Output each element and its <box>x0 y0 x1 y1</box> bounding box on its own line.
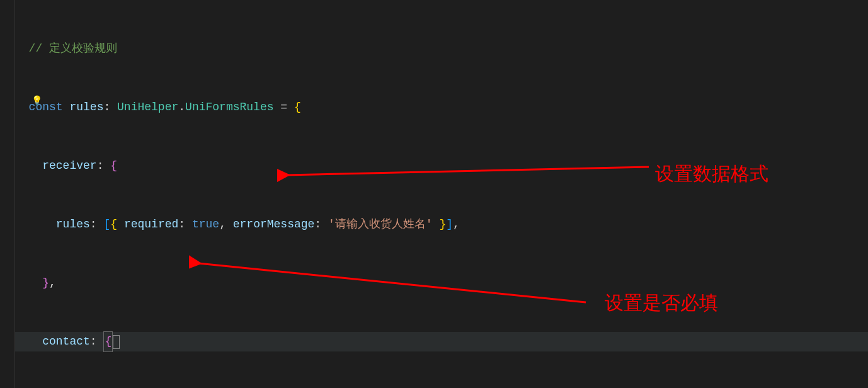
annotation-pattern-label: 设置数据格式 <box>655 164 768 183</box>
code-line: }, <box>15 273 868 293</box>
code-line: const rules: UniHelper.UniFormsRules = { <box>15 98 868 117</box>
code-line: rules: [{ required: true, errorMessage: … <box>15 215 868 234</box>
lightbulb-icon[interactable]: 💡 <box>31 91 42 101</box>
code-line-active: contact: { <box>15 332 868 351</box>
comment: // 定义校验规则 <box>29 39 117 59</box>
gutter <box>0 0 15 388</box>
code-editor[interactable]: // 定义校验规则 const rules: UniHelper.UniForm… <box>15 0 868 388</box>
annotation-required-label: 设置是否必填 <box>605 293 718 312</box>
cursor <box>113 335 120 349</box>
code-line: // 定义校验规则 <box>15 39 868 59</box>
